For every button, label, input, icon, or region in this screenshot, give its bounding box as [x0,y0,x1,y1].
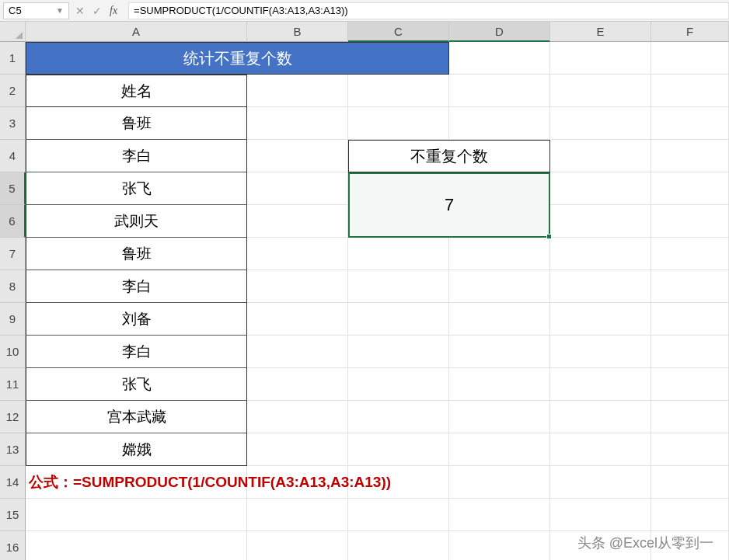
row-header-11[interactable]: 11 [0,368,26,401]
cell-e15[interactable] [550,499,651,531]
cell-d10[interactable] [449,336,550,368]
cell-f9[interactable] [651,303,729,336]
cell-f2[interactable] [651,75,729,107]
col-header-d[interactable]: D [449,22,550,42]
col-header-e[interactable]: E [550,22,651,42]
cell-b15[interactable] [247,499,348,531]
cell-b16[interactable] [247,531,348,560]
cell-e4[interactable] [550,140,651,172]
result-value-cell[interactable]: 7 [348,172,550,238]
cell-d1[interactable] [449,42,550,75]
cell-c8[interactable] [348,270,449,303]
cell-d15[interactable] [449,499,550,531]
row-header-12[interactable]: 12 [0,401,26,433]
cell-f6[interactable] [651,205,729,238]
cell-d7[interactable] [449,238,550,270]
data-cell-a6[interactable]: 武则天 [26,205,247,238]
row-header-4[interactable]: 4 [0,140,26,172]
confirm-icon[interactable]: ✓ [92,5,102,17]
cell-d13[interactable] [449,433,550,466]
cell-c12[interactable] [348,401,449,433]
cell-e12[interactable] [550,401,651,433]
cell-b10[interactable] [247,336,348,368]
cell-b7[interactable] [247,238,348,270]
cell-c11[interactable] [348,368,449,401]
cell-c13[interactable] [348,433,449,466]
cell-b6[interactable] [247,205,348,238]
cell-d11[interactable] [449,368,550,401]
row-header-15[interactable]: 15 [0,499,26,531]
formula-input[interactable]: =SUMPRODUCT(1/COUNTIF(A3:A13,A3:A13)) [128,2,729,19]
cell-a16[interactable] [26,531,247,560]
result-header-cell[interactable]: 不重复个数 [348,140,550,172]
cell-e1[interactable] [550,42,651,75]
cell-c15[interactable] [348,499,449,531]
cell-d8[interactable] [449,270,550,303]
cell-e5[interactable] [550,172,651,205]
cell-c7[interactable] [348,238,449,270]
cell-b2[interactable] [247,75,348,107]
cell-e8[interactable] [550,270,651,303]
cell-f7[interactable] [651,238,729,270]
cell-f12[interactable] [651,401,729,433]
data-cell-a8[interactable]: 李白 [26,270,247,303]
cell-e14[interactable] [550,466,651,499]
cell-f1[interactable] [651,42,729,75]
cell-e11[interactable] [550,368,651,401]
row-header-13[interactable]: 13 [0,433,26,466]
name-box-dropdown-icon[interactable]: ▼ [56,6,64,15]
cell-e10[interactable] [550,336,651,368]
row-header-6[interactable]: 6 [0,205,26,238]
formula-display-cell[interactable]: 公式：=SUMPRODUCT(1/COUNTIF(A3:A13,A3:A13)) [26,466,247,499]
cell-d16[interactable] [449,531,550,560]
cell-b13[interactable] [247,433,348,466]
row-header-9[interactable]: 9 [0,303,26,336]
cancel-icon[interactable]: ✕ [75,5,85,17]
row-header-14[interactable]: 14 [0,466,26,499]
cell-f13[interactable] [651,433,729,466]
name-box[interactable]: C5 ▼ [3,2,69,19]
cell-b3[interactable] [247,107,348,140]
row-header-10[interactable]: 10 [0,336,26,368]
cell-b4[interactable] [247,140,348,172]
cell-e7[interactable] [550,238,651,270]
cell-d9[interactable] [449,303,550,336]
data-cell-a11[interactable]: 张飞 [26,368,247,401]
cell-f8[interactable] [651,270,729,303]
row-header-1[interactable]: 1 [0,42,26,75]
row-header-8[interactable]: 8 [0,270,26,303]
cell-b5[interactable] [247,172,348,205]
cell-f15[interactable] [651,499,729,531]
cell-f14[interactable] [651,466,729,499]
cell-c3[interactable] [348,107,449,140]
cell-f4[interactable] [651,140,729,172]
col-header-f[interactable]: F [651,22,729,42]
data-cell-a4[interactable]: 李白 [26,140,247,172]
data-cell-a10[interactable]: 李白 [26,336,247,368]
row-header-2[interactable]: 2 [0,75,26,107]
cell-f10[interactable] [651,336,729,368]
cell-e6[interactable] [550,205,651,238]
cell-f11[interactable] [651,368,729,401]
select-all-corner[interactable] [0,22,26,42]
fx-icon[interactable]: fx [110,5,117,17]
data-cell-a7[interactable]: 鲁班 [26,238,247,270]
cell-c2[interactable] [348,75,449,107]
cell-d14[interactable] [449,466,550,499]
cell-e2[interactable] [550,75,651,107]
cell-e9[interactable] [550,303,651,336]
data-cell-a3[interactable]: 鲁班 [26,107,247,140]
data-cell-a13[interactable]: 嫦娥 [26,433,247,466]
cell-d3[interactable] [449,107,550,140]
data-cell-a5[interactable]: 张飞 [26,172,247,205]
col-header-c[interactable]: C [348,22,449,42]
cell-f5[interactable] [651,172,729,205]
row-header-16[interactable]: 16 [0,531,26,560]
cell-e13[interactable] [550,433,651,466]
cells-area[interactable]: 统计不重复个数 姓名 鲁班 李白不重复个数 张飞武则天7 [26,42,729,560]
cell-c9[interactable] [348,303,449,336]
title-cell[interactable]: 统计不重复个数 [26,42,449,75]
data-cell-a12[interactable]: 宫本武藏 [26,401,247,433]
cell-c16[interactable] [348,531,449,560]
cell-a15[interactable] [26,499,247,531]
